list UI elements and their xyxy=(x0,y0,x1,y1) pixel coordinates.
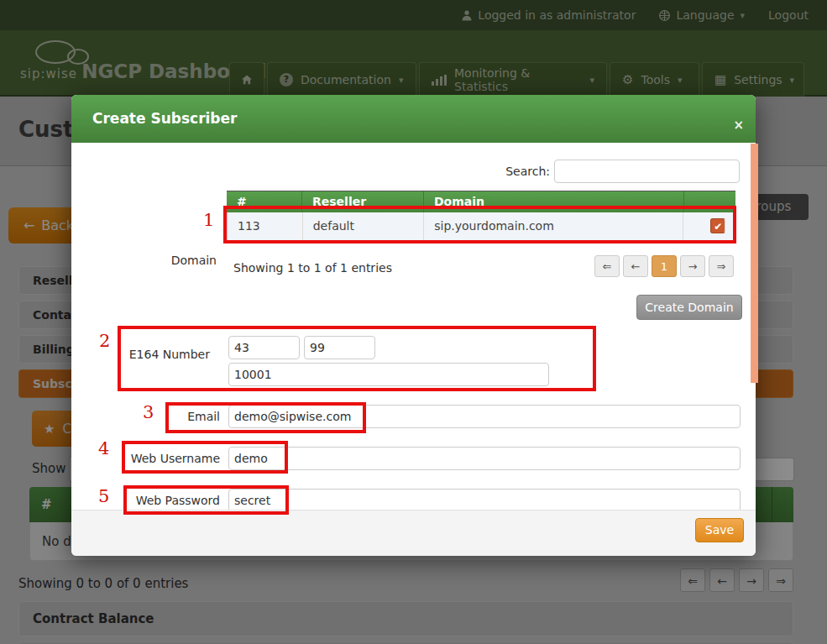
pagination-next-button[interactable]: → xyxy=(680,255,705,277)
annotation-number-5: 5 xyxy=(98,486,109,506)
pagination-first-button[interactable]: ⇐ xyxy=(594,255,620,277)
domain-pagination: ⇐ ← 1 → ⇒ xyxy=(594,255,734,277)
annotation-box-2 xyxy=(118,326,596,391)
annotation-number-2: 2 xyxy=(99,331,110,351)
pagination-last-button[interactable]: ⇒ xyxy=(709,255,734,277)
domain-search-input[interactable] xyxy=(554,160,740,183)
save-button[interactable]: Save xyxy=(695,518,744,542)
domain-search-label: Search: xyxy=(474,165,550,178)
modal-footer: Save xyxy=(71,510,756,556)
close-icon[interactable]: × xyxy=(733,102,744,149)
annotation-number-4: 4 xyxy=(98,438,109,458)
annotation-box-4 xyxy=(122,441,288,474)
annotation-box-1 xyxy=(223,206,736,243)
domain-entries-info: Showing 1 to 1 of 1 entries xyxy=(233,261,392,275)
annotation-number-1: 1 xyxy=(203,210,214,230)
pagination-page-1-button[interactable]: 1 xyxy=(652,255,677,277)
highlight-strip xyxy=(751,144,758,383)
web-password-input[interactable] xyxy=(228,489,741,512)
modal-title: Create Subscriber xyxy=(92,110,237,127)
create-domain-button[interactable]: Create Domain xyxy=(636,295,742,320)
pagination-prev-button[interactable]: ← xyxy=(623,255,648,277)
modal-header: Create Subscriber × xyxy=(71,95,756,143)
annotation-box-3 xyxy=(165,402,366,433)
app-window: Logged in as administrator Language ▾ Lo… xyxy=(0,0,827,644)
domain-field-label: Domain xyxy=(71,254,217,267)
web-username-input[interactable] xyxy=(228,447,741,470)
annotation-number-3: 3 xyxy=(143,402,154,422)
annotation-box-5 xyxy=(123,485,289,515)
